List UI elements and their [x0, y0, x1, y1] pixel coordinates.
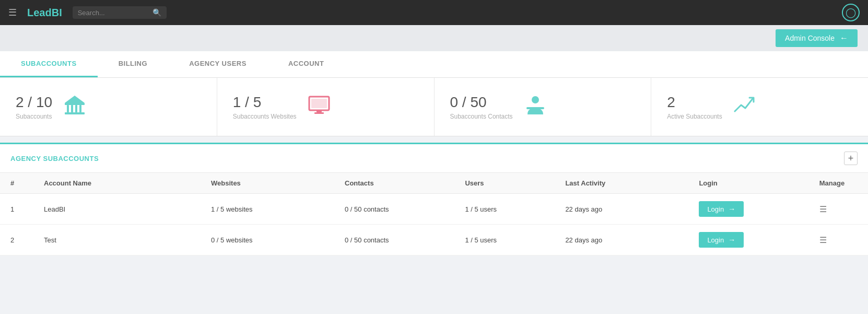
th-num: #: [0, 173, 33, 194]
stat-text-websites: 1 / 5 Subaccounts Websites: [233, 94, 297, 121]
row1-websites: 1 / 5 websites: [201, 194, 334, 225]
admin-bar: Admin Console ←: [0, 25, 868, 51]
row2-manage-cell: ☰: [809, 225, 868, 255]
th-manage: Manage: [809, 173, 868, 194]
search-bar: 🔍: [73, 6, 167, 19]
svg-rect-3: [75, 105, 77, 112]
th-websites: Websites: [201, 173, 334, 194]
row2-login-cell: Login →: [688, 225, 808, 255]
row1-manage-cell: ☰: [809, 194, 868, 225]
row2-login-button[interactable]: Login →: [699, 232, 744, 248]
row2-account-name: Test: [33, 225, 201, 255]
svg-rect-4: [79, 105, 81, 112]
svg-rect-1: [67, 105, 69, 112]
topnav-right: ◯: [842, 4, 860, 21]
stat-card-subaccounts: 2 / 10 Subaccounts: [0, 78, 217, 136]
row1-manage-icon[interactable]: ☰: [819, 205, 827, 214]
svg-rect-8: [311, 99, 327, 108]
row1-login-button[interactable]: Login →: [699, 201, 744, 217]
stat-label-websites: Subaccounts Websites: [233, 113, 297, 120]
table-header-row: # Account Name Websites Contacts Users L…: [0, 173, 868, 194]
logo-bi: BI: [52, 7, 62, 18]
svg-marker-6: [65, 96, 85, 103]
svg-rect-5: [65, 112, 85, 114]
row1-last-activity: 22 days ago: [555, 194, 688, 225]
stat-card-contacts: 0 / 50 Subaccounts Contacts: [435, 78, 652, 136]
row2-login-label: Login: [707, 236, 724, 244]
svg-rect-2: [71, 105, 73, 112]
stat-number-active: 2: [667, 94, 722, 111]
tabs-bar: SUBACCOUNTS BILLING AGENCY USERS ACCOUNT: [0, 51, 868, 78]
logo-lead: Lead: [27, 7, 52, 18]
accounts-table: # Account Name Websites Contacts Users L…: [0, 173, 868, 255]
table-head: # Account Name Websites Contacts Users L…: [0, 173, 868, 194]
th-users: Users: [454, 173, 555, 194]
stat-text-active: 2 Active Subaccounts: [667, 94, 722, 121]
stat-label-contacts: Subaccounts Contacts: [450, 113, 513, 120]
stat-label-subaccounts: Subaccounts: [16, 113, 52, 120]
th-account-name: Account Name: [33, 173, 201, 194]
tab-agency-users[interactable]: AGENCY USERS: [168, 51, 267, 77]
stat-number-websites: 1 / 5: [233, 94, 297, 111]
admin-console-button[interactable]: Admin Console ←: [776, 29, 858, 47]
screen-icon: [307, 92, 331, 121]
svg-rect-10: [314, 112, 324, 114]
stat-number-subaccounts: 2 / 10: [16, 94, 52, 111]
stats-section: 2 / 10 Subaccounts 1 / 5 Subaccounts Web…: [0, 78, 868, 136]
stat-text-subaccounts: 2 / 10 Subaccounts: [16, 94, 52, 121]
stat-card-active: 2 Active Subaccounts: [651, 78, 868, 136]
row1-users: 1 / 5 users: [454, 194, 555, 225]
tab-subaccounts[interactable]: SUBACCOUNTS: [0, 51, 98, 77]
row1-login-cell: Login →: [688, 194, 808, 225]
stat-text-contacts: 0 / 50 Subaccounts Contacts: [450, 94, 513, 121]
agency-title: AGENCY SUBACCOUNTS: [10, 155, 99, 162]
power-button[interactable]: ◯: [842, 4, 860, 21]
svg-rect-9: [316, 110, 322, 112]
svg-point-11: [532, 96, 539, 103]
arrow-icon: ←: [840, 33, 848, 43]
topnav: ☰ LeadBI 🔍 ◯: [0, 0, 868, 25]
row2-manage-icon[interactable]: ☰: [819, 236, 827, 245]
row2-websites: 0 / 5 websites: [201, 225, 334, 255]
svg-rect-0: [65, 103, 85, 105]
row1-login-arrow-icon: →: [728, 205, 735, 213]
search-icon: 🔍: [153, 8, 161, 17]
row1-account-name: LeadBI: [33, 194, 201, 225]
th-login: Login: [688, 173, 808, 194]
search-input[interactable]: [78, 9, 148, 17]
agency-header: AGENCY SUBACCOUNTS +: [0, 144, 868, 173]
row2-login-arrow-icon: →: [728, 236, 735, 244]
trend-icon: [733, 92, 757, 121]
row1-num: 1: [0, 194, 33, 225]
table-row: 2 Test 0 / 5 websites 0 / 50 contacts 1 …: [0, 225, 868, 255]
th-contacts: Contacts: [334, 173, 454, 194]
row1-contacts: 0 / 50 contacts: [334, 194, 454, 225]
menu-icon[interactable]: ☰: [8, 7, 17, 18]
row1-login-label: Login: [707, 205, 724, 213]
tab-account[interactable]: ACCOUNT: [267, 51, 345, 77]
add-subaccount-button[interactable]: +: [844, 152, 858, 165]
tab-billing[interactable]: BILLING: [98, 51, 169, 77]
app-logo: LeadBI: [27, 7, 62, 19]
table-row: 1 LeadBI 1 / 5 websites 0 / 50 contacts …: [0, 194, 868, 225]
admin-console-label: Admin Console: [785, 34, 835, 42]
row2-users: 1 / 5 users: [454, 225, 555, 255]
th-last-activity: Last Activity: [555, 173, 688, 194]
row2-num: 2: [0, 225, 33, 255]
agency-section: AGENCY SUBACCOUNTS + # Account Name Webs…: [0, 143, 868, 255]
table-body: 1 LeadBI 1 / 5 websites 0 / 50 contacts …: [0, 194, 868, 255]
stat-label-active: Active Subaccounts: [667, 113, 722, 120]
person-icon: [523, 92, 547, 121]
row2-last-activity: 22 days ago: [555, 225, 688, 255]
row2-contacts: 0 / 50 contacts: [334, 225, 454, 255]
stat-card-websites: 1 / 5 Subaccounts Websites: [217, 78, 435, 136]
bank-icon: [63, 92, 87, 121]
stat-number-contacts: 0 / 50: [450, 94, 513, 111]
